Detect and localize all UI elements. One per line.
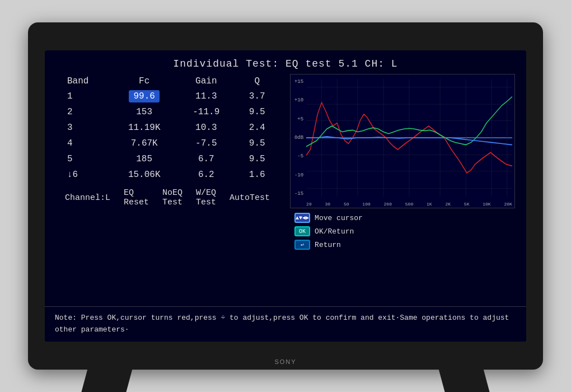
q-cell: 9.5 (235, 104, 279, 120)
legend-icon: ↩ (294, 240, 310, 250)
band-cell: 1 (56, 88, 111, 104)
legend-icon: OK (294, 226, 310, 236)
chart-x-label: 30 (325, 202, 331, 207)
fc-cell: 11.19K (111, 120, 177, 136)
chart-x-label: 200 (384, 202, 392, 207)
chart-x-label: 50 (344, 202, 349, 207)
gain-cell: 10.3 (177, 120, 235, 136)
chart-y-label: -5 (297, 153, 303, 159)
band-cell: ↓6 (56, 167, 111, 183)
band-cell: 5 (56, 151, 111, 167)
channel-row-item[interactable]: NoEQ Test (162, 188, 182, 207)
legend-label: Move cursor (315, 214, 363, 222)
chart-y-label: -15 (294, 191, 303, 197)
table-row: 5 185 6.7 9.5 (56, 151, 279, 167)
channel-row: Channel:LEQ ResetNoEQ TestW/EQ TestAutoT… (56, 183, 279, 209)
legend-label: OK/Return (315, 227, 354, 236)
chart-x-label: 20 (306, 202, 312, 207)
table-row: 3 11.19K 10.3 2.4 (56, 120, 279, 136)
band-cell: 2 (56, 104, 111, 120)
col-band: Band (56, 74, 111, 88)
table-row: 1 99.6 11.3 3.7 (56, 88, 279, 104)
fc-cell: 7.67K (111, 136, 177, 151)
chart-y-labels: +15+10+50dB-5-10-15 (291, 79, 305, 197)
fc-cell: 15.06K (111, 167, 177, 183)
fc-cell: 99.6 (111, 88, 177, 104)
chart-y-label: 0dB (294, 135, 303, 141)
q-cell: 9.5 (235, 136, 279, 151)
table-row: 2 153 -11.9 9.5 (56, 104, 279, 120)
chart-x-label: 500 (405, 202, 413, 207)
col-q: Q (235, 74, 279, 88)
note-bar: Note: Press OK,cursor turns red,press ÷ … (45, 306, 526, 342)
legend-area: ▲▼◄►Move cursorOKOK/Return↩Return (290, 213, 515, 250)
screen-body: Band Fc Gain Q 1 99.6 11.3 3.7 2 153 -11… (45, 74, 526, 306)
legend-item: ↩Return (294, 240, 515, 250)
right-panel: +15+10+50dB-5-10-15 2030501002005001K2K5… (290, 74, 515, 306)
eq-table: Band Fc Gain Q 1 99.6 11.3 3.7 2 153 -11… (56, 74, 279, 183)
screen-title: Individual Test: EQ test 5.1 CH: L (45, 50, 526, 74)
legend-label: Return (315, 241, 341, 249)
fc-cell: 153 (111, 104, 177, 120)
channel-row-item[interactable]: AutoTest (230, 193, 270, 203)
gain-cell: 6.2 (177, 167, 235, 183)
chart-svg-container (306, 79, 512, 197)
highlighted-cell: 99.6 (129, 90, 159, 102)
gain-cell: -11.9 (177, 104, 235, 120)
legend-icon: ▲▼◄► (294, 213, 310, 223)
col-gain: Gain (177, 74, 235, 88)
chart-x-label: 100 (362, 202, 370, 207)
tv-body: Individual Test: EQ test 5.1 CH: L Band … (28, 22, 543, 370)
col-fc: Fc (111, 74, 177, 88)
channel-row-item[interactable]: W/EQ Test (196, 188, 216, 207)
legend-item: ▲▼◄►Move cursor (294, 213, 515, 223)
chart-area: +15+10+50dB-5-10-15 2030501002005001K2K5… (290, 74, 515, 208)
q-cell: 3.7 (235, 88, 279, 104)
chart-x-label: 5K (464, 202, 470, 207)
tv-screen: Individual Test: EQ test 5.1 CH: L Band … (45, 50, 526, 342)
chart-y-label: +5 (297, 116, 303, 122)
table-row: 4 7.67K -7.5 9.5 (56, 136, 279, 151)
chart-y-label: +10 (294, 97, 303, 103)
chart-x-labels: 2030501002005001K2K5K10K20K (306, 202, 512, 207)
gain-cell: 6.7 (177, 151, 235, 167)
chart-y-label: +15 (294, 79, 303, 85)
chart-x-label: 20K (504, 202, 512, 207)
q-cell: 1.6 (235, 167, 279, 183)
channel-row-item[interactable]: EQ Reset (124, 188, 149, 207)
legend-item: OKOK/Return (294, 226, 515, 236)
chart-y-label: -10 (294, 172, 303, 178)
fc-cell: 185 (111, 151, 177, 167)
band-cell: 3 (56, 120, 111, 136)
tv-stand-right (438, 368, 490, 392)
band-cell: 4 (56, 136, 111, 151)
tv-brand: SONY (274, 358, 296, 365)
gain-cell: -7.5 (177, 136, 235, 151)
chart-x-label: 1K (427, 202, 432, 207)
left-panel: Band Fc Gain Q 1 99.6 11.3 3.7 2 153 -11… (56, 74, 279, 306)
chart-x-label: 10K (483, 202, 490, 207)
chart-x-label: 2K (445, 202, 451, 207)
gain-cell: 11.3 (177, 88, 235, 104)
table-row: ↓6 15.06K 6.2 1.6 (56, 167, 279, 183)
q-cell: 9.5 (235, 151, 279, 167)
q-cell: 2.4 (235, 120, 279, 136)
channel-row-item[interactable]: Channel:L (65, 193, 110, 203)
tv-stand-left (80, 368, 132, 392)
